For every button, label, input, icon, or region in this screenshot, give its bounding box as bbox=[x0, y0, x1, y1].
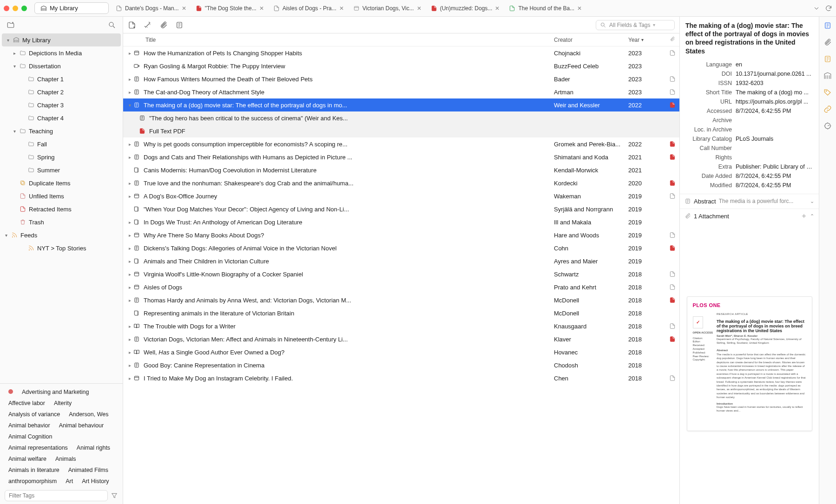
disclosure-icon[interactable]: ▸ bbox=[126, 337, 133, 342]
close-tab-icon[interactable]: ✕ bbox=[339, 5, 345, 12]
metadata-row[interactable]: Accessed8/7/2024, 6:42:55 PM bbox=[680, 106, 815, 116]
disclosure-icon[interactable]: ▸ bbox=[126, 298, 133, 303]
item-row[interactable]: ▸ The Trouble with Dogs for a Writer Kna… bbox=[123, 320, 679, 333]
disclosure-icon[interactable]: ▸ bbox=[126, 220, 133, 225]
item-row[interactable]: Ryan Gosling & Margot Robbie: The Puppy … bbox=[123, 59, 679, 72]
tag-chip[interactable]: anthropomorphism bbox=[5, 477, 60, 486]
item-child-row[interactable]: Full Text PDF bbox=[123, 124, 679, 137]
disclosure-icon[interactable]: ▸ bbox=[126, 194, 133, 199]
zoom-window[interactable] bbox=[21, 6, 27, 11]
meta-value[interactable] bbox=[736, 154, 815, 161]
item-row[interactable]: ▸ Thomas Hardy and Animals by Anna West,… bbox=[123, 294, 679, 307]
tree-collection[interactable]: ▸Depictions In Media bbox=[0, 46, 123, 59]
search-collections-icon[interactable] bbox=[108, 21, 116, 29]
locate-tab-icon[interactable] bbox=[823, 122, 832, 130]
minimize-window[interactable] bbox=[13, 6, 18, 11]
abstract-section[interactable]: Abstract The media is a powerful forc...… bbox=[680, 194, 819, 209]
sync-icon[interactable] bbox=[825, 5, 832, 12]
item-row[interactable]: ▸ Virginia Woolf's Little-Known Biograph… bbox=[123, 268, 679, 281]
tag-chip[interactable]: Anderson, Wes bbox=[65, 410, 112, 419]
new-note-icon[interactable] bbox=[175, 21, 184, 29]
disclosure-icon[interactable]: ▸ bbox=[126, 90, 133, 95]
item-row[interactable]: ▸ How the Humanization of Pets Is Changi… bbox=[123, 46, 679, 59]
item-row[interactable]: ▸ True love and the nonhuman: Shakespear… bbox=[123, 177, 679, 190]
tree-special[interactable]: Unfiled Items bbox=[0, 190, 123, 203]
close-tab-icon[interactable]: ✕ bbox=[259, 5, 265, 12]
item-row[interactable]: ▸ I Tried to Make My Dog an Instagram Ce… bbox=[123, 372, 679, 385]
metadata-row[interactable]: Rights bbox=[680, 153, 815, 162]
libraries-tab-icon[interactable] bbox=[823, 72, 832, 80]
tag-chip[interactable]: Arts & Science bbox=[5, 488, 50, 488]
item-row[interactable]: ▸ Animals and Their Children in Victoria… bbox=[123, 255, 679, 268]
new-item-icon[interactable] bbox=[128, 21, 136, 29]
item-row[interactable]: ▸ Why Are There So Many Books About Dogs… bbox=[123, 229, 679, 242]
disclosure-icon[interactable]: ▸ bbox=[126, 363, 133, 368]
close-tab-icon[interactable]: ✕ bbox=[417, 5, 422, 12]
attachments-tab-icon[interactable] bbox=[823, 38, 832, 46]
feed-item[interactable]: NYT > Top Stories bbox=[0, 242, 123, 255]
metadata-row[interactable]: Loc. in Archive bbox=[680, 125, 815, 134]
tree-collection[interactable]: Chapter 4 bbox=[0, 111, 123, 124]
disclosure-icon[interactable]: ▾ bbox=[126, 103, 133, 108]
item-row[interactable]: ▸ Victorian Dogs, Victorian Men: Affect … bbox=[123, 333, 679, 346]
column-attachment[interactable] bbox=[665, 36, 679, 43]
metadata-row[interactable]: Call Number bbox=[680, 144, 815, 153]
disclosure-icon[interactable]: ▸ bbox=[126, 155, 133, 160]
items-list[interactable]: ▸ How the Humanization of Pets Is Changi… bbox=[123, 46, 679, 504]
meta-value[interactable] bbox=[736, 145, 815, 151]
column-creator[interactable]: Creator bbox=[554, 37, 628, 43]
disclosure-icon[interactable]: ▸ bbox=[126, 259, 133, 264]
disclosure-icon[interactable]: ▸ bbox=[126, 376, 133, 381]
meta-value[interactable]: en bbox=[736, 61, 815, 68]
tree-collection[interactable]: Chapter 3 bbox=[0, 98, 123, 111]
metadata-row[interactable]: Short TitleThe making of a (dog) mo ... bbox=[680, 88, 815, 97]
metadata-row[interactable]: Languageen bbox=[680, 60, 815, 69]
tree-collection[interactable]: Summer bbox=[0, 164, 123, 177]
meta-value[interactable]: Publisher: Public Library of Science bbox=[736, 164, 815, 170]
meta-value[interactable]: 8/7/2024, 6:42:55 PM bbox=[736, 173, 815, 179]
item-row[interactable]: ▸ Dogs and Cats and Their Relationships … bbox=[123, 151, 679, 164]
add-attachment-icon[interactable] bbox=[801, 213, 807, 219]
tag-filter-icon[interactable] bbox=[111, 492, 118, 499]
item-row[interactable]: ▸ Good Boy: Canine Representation in Cin… bbox=[123, 359, 679, 372]
item-row[interactable]: ▸ How Famous Writers Mourned the Death o… bbox=[123, 72, 679, 85]
add-attachment-icon[interactable] bbox=[159, 21, 168, 29]
column-headers[interactable]: Title Creator Year ▾ bbox=[123, 33, 679, 46]
metadata-row[interactable]: Library CatalogPLoS Journals bbox=[680, 134, 815, 144]
tree-root[interactable]: ▾ My Library bbox=[2, 33, 121, 46]
tag-chip[interactable]: Animal behaviour bbox=[55, 421, 108, 430]
tag-chip[interactable]: Advertising and Marketing bbox=[18, 387, 93, 397]
tag-color-swatch[interactable] bbox=[5, 387, 17, 397]
document-tab[interactable]: Aisles of Dogs - Pra...✕ bbox=[270, 3, 349, 13]
new-collection-icon[interactable] bbox=[7, 21, 15, 29]
disclosure-icon[interactable]: ▸ bbox=[126, 181, 133, 186]
attachment-preview[interactable]: PLOS ONE ✓ OPEN ACCESS Citation: Editor:… bbox=[680, 223, 819, 504]
meta-value[interactable]: 1932-6203 bbox=[736, 80, 815, 86]
disclosure-icon[interactable]: ▸ bbox=[126, 233, 133, 238]
tab-list-icon[interactable] bbox=[813, 5, 820, 12]
disclosure-icon[interactable]: ▾ bbox=[12, 129, 17, 134]
item-row[interactable]: ▾ The making of a (dog) movie star: The … bbox=[123, 98, 679, 111]
item-row[interactable]: ▸ The Cat-and-Dog Theory of Attachment S… bbox=[123, 85, 679, 98]
close-window[interactable] bbox=[4, 6, 9, 11]
related-tab-icon[interactable] bbox=[823, 105, 832, 113]
meta-value[interactable]: 10.1371/journal.pone.0261 ... bbox=[736, 71, 815, 77]
item-row[interactable]: ▸ Dickens's Talking Dogs: Allegories of … bbox=[123, 242, 679, 255]
close-tab-icon[interactable]: ✕ bbox=[495, 5, 500, 12]
tree-special[interactable]: Duplicate Items bbox=[0, 177, 123, 190]
item-row[interactable]: Canis Modernis: Human/Dog Coevolution in… bbox=[123, 164, 679, 177]
document-tab[interactable]: Victorian Dogs, Vic...✕ bbox=[349, 3, 426, 13]
disclosure-icon[interactable]: ▸ bbox=[126, 51, 133, 56]
disclosure-icon[interactable]: ▸ bbox=[126, 350, 133, 355]
tree-collection[interactable]: Spring bbox=[0, 151, 123, 164]
document-tab[interactable]: Dante's Dogs - Man...✕ bbox=[112, 3, 191, 13]
metadata-row[interactable]: Date Added8/7/2024, 6:42:55 PM bbox=[680, 171, 815, 181]
disclosure-icon[interactable]: ▾ bbox=[12, 64, 17, 69]
meta-value[interactable]: 8/7/2024, 6:42:55 PM bbox=[736, 182, 815, 189]
tag-chip[interactable]: Animal rights bbox=[73, 443, 114, 452]
collections-tree[interactable]: ▾ My Library ▸Depictions In Media▾Disser… bbox=[0, 33, 123, 383]
tag-chip[interactable]: Animal behavior bbox=[5, 421, 54, 430]
item-row[interactable]: ▸ Why is pet goods consumption impercept… bbox=[123, 137, 679, 151]
wand-icon[interactable] bbox=[144, 21, 152, 29]
tree-collection[interactable]: ▾Teaching bbox=[0, 124, 123, 137]
